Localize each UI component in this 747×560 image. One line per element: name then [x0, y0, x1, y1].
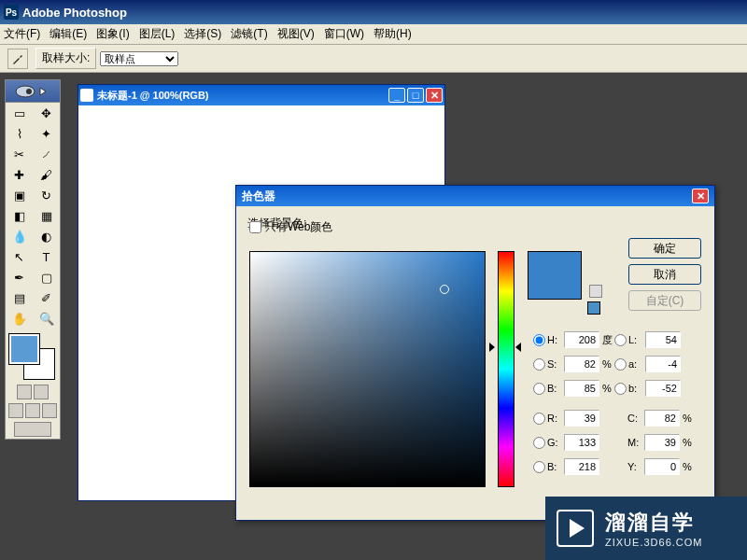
- radio-h[interactable]: [533, 334, 545, 346]
- foreground-color-swatch[interactable]: [9, 334, 39, 364]
- toolbox-tools: ▭ ✥ ⌇ ✦ ✂ ⟋ ✚ 🖌 ▣ ↻ ◧ ▦ 💧 ◐ ↖ T ✒ ▢ ▤ ✐ …: [6, 103, 60, 329]
- hue-marker-right[interactable]: [515, 343, 521, 352]
- menu-select[interactable]: 选择(S): [184, 26, 221, 42]
- input-y[interactable]: [644, 458, 680, 475]
- radio-a[interactable]: [614, 358, 627, 371]
- radio-g[interactable]: [533, 437, 545, 449]
- toolbox-quickmask: [6, 383, 60, 401]
- color-picker-dialog: 拾色器 ✕ 选择背景色: 确定 取消 自定(C) H: 度 L:: [235, 185, 715, 521]
- document-titlebar[interactable]: 未标题-1 @ 100%(RGB) _ □ ✕: [78, 85, 444, 105]
- ok-button[interactable]: 确定: [628, 238, 701, 259]
- screen-full[interactable]: [42, 403, 57, 418]
- tool-hand[interactable]: ✋: [6, 308, 33, 329]
- menu-help[interactable]: 帮助(H): [374, 26, 412, 42]
- color-field-cursor[interactable]: [440, 285, 449, 294]
- tool-wand[interactable]: ✦: [33, 123, 60, 144]
- input-lab-b[interactable]: [645, 380, 681, 397]
- menu-file[interactable]: 文件(F): [4, 26, 40, 42]
- toolbox-header: [6, 80, 60, 103]
- mode-quickmask[interactable]: [34, 385, 49, 399]
- screen-standard[interactable]: [8, 403, 23, 418]
- gamut-warning-icon[interactable]: [589, 285, 602, 298]
- tool-eraser[interactable]: ◧: [6, 205, 33, 226]
- color-field[interactable]: [249, 251, 486, 487]
- tool-notes[interactable]: ▤: [6, 287, 33, 308]
- app-titlebar: Ps Adobe Photoshop: [0, 0, 747, 24]
- tool-eyedropper[interactable]: ✐: [33, 287, 60, 308]
- watermark: 溜溜自学 ZIXUE.3D66.COM: [545, 497, 747, 560]
- websafe-swatch[interactable]: [587, 301, 600, 315]
- tool-stamp[interactable]: ▣: [6, 185, 33, 205]
- input-m[interactable]: [644, 434, 680, 451]
- doc-close-button[interactable]: ✕: [426, 88, 443, 103]
- document-title: 未标题-1 @ 100%(RGB): [97, 89, 209, 103]
- tool-lasso[interactable]: ⌇: [6, 123, 33, 144]
- input-g[interactable]: [564, 434, 599, 451]
- tool-zoom[interactable]: 🔍: [33, 308, 60, 329]
- sample-size-select[interactable]: 取样点: [100, 51, 178, 66]
- toolbox-colors: [7, 332, 58, 379]
- doc-minimize-button[interactable]: _: [388, 88, 405, 103]
- hue-slider[interactable]: [498, 251, 514, 487]
- old-color[interactable]: [529, 275, 581, 299]
- input-r[interactable]: [564, 410, 599, 427]
- tool-gradient[interactable]: ▦: [33, 205, 60, 226]
- svg-point-1: [26, 89, 32, 94]
- menubar: 文件(F) 编辑(E) 图象(I) 图层(L) 选择(S) 滤镜(T) 视图(V…: [0, 24, 747, 45]
- menu-filter[interactable]: 滤镜(T): [231, 26, 267, 42]
- eyedropper-icon[interactable]: [7, 49, 28, 69]
- tool-brush[interactable]: 🖌: [33, 164, 60, 185]
- web-only-checkbox[interactable]: [249, 221, 261, 233]
- radio-r[interactable]: [533, 413, 545, 425]
- toolbox-jump: [6, 420, 60, 439]
- color-value-fields: H: 度 L: S: % a: B: % b: R: C: %: [533, 328, 695, 479]
- menu-window[interactable]: 窗口(W): [324, 26, 364, 42]
- menu-image[interactable]: 图象(I): [96, 26, 129, 42]
- tool-pen[interactable]: ✒: [6, 267, 33, 287]
- radio-lab-b[interactable]: [614, 383, 627, 395]
- screen-fullmenu[interactable]: [25, 403, 40, 418]
- sample-size-label: 取样大小:: [35, 48, 96, 69]
- tool-blur[interactable]: 💧: [6, 226, 33, 246]
- tool-move[interactable]: ✥: [33, 103, 60, 123]
- watermark-url: ZIXUE.3D66.COM: [605, 537, 702, 548]
- tool-type[interactable]: T: [33, 246, 60, 267]
- input-h[interactable]: [564, 331, 599, 348]
- menu-view[interactable]: 视图(V): [277, 26, 315, 42]
- radio-bl[interactable]: [533, 461, 545, 473]
- input-a[interactable]: [645, 356, 681, 372]
- menu-layer[interactable]: 图层(L): [139, 26, 176, 42]
- tool-dodge[interactable]: ◐: [33, 226, 60, 246]
- hue-marker-left[interactable]: [489, 343, 495, 352]
- options-bar: 取样大小: 取样点: [0, 45, 747, 73]
- menu-edit[interactable]: 编辑(E): [49, 26, 87, 42]
- tool-slice[interactable]: ⟋: [33, 144, 60, 164]
- cancel-button[interactable]: 取消: [628, 264, 701, 285]
- new-color: [529, 252, 581, 275]
- input-bl[interactable]: [564, 458, 599, 475]
- toolbox-screenmodes: [6, 401, 60, 420]
- input-b[interactable]: [564, 380, 599, 397]
- radio-L[interactable]: [614, 334, 627, 346]
- play-icon: [557, 510, 594, 547]
- web-only-checkbox-label[interactable]: 只有Web颜色: [249, 219, 332, 235]
- color-swatch: [528, 251, 582, 300]
- jump-to-imageready[interactable]: [14, 422, 51, 437]
- custom-button[interactable]: 自定(C): [628, 290, 701, 311]
- tool-marquee[interactable]: ▭: [6, 103, 33, 123]
- input-L[interactable]: [645, 331, 681, 348]
- tool-crop[interactable]: ✂: [6, 144, 33, 164]
- tool-shape[interactable]: ▢: [33, 267, 60, 287]
- tool-history[interactable]: ↻: [33, 185, 60, 205]
- mode-standard[interactable]: [17, 385, 32, 399]
- radio-b[interactable]: [533, 383, 545, 395]
- app-title: Adobe Photoshop: [22, 6, 127, 20]
- tool-heal[interactable]: ✚: [6, 164, 33, 185]
- tool-path[interactable]: ↖: [6, 246, 33, 267]
- input-s[interactable]: [564, 356, 599, 372]
- picker-close-button[interactable]: ✕: [692, 189, 709, 203]
- doc-maximize-button[interactable]: □: [407, 88, 424, 103]
- radio-s[interactable]: [533, 358, 545, 371]
- picker-titlebar[interactable]: 拾色器 ✕: [236, 186, 714, 206]
- input-c[interactable]: [644, 410, 680, 427]
